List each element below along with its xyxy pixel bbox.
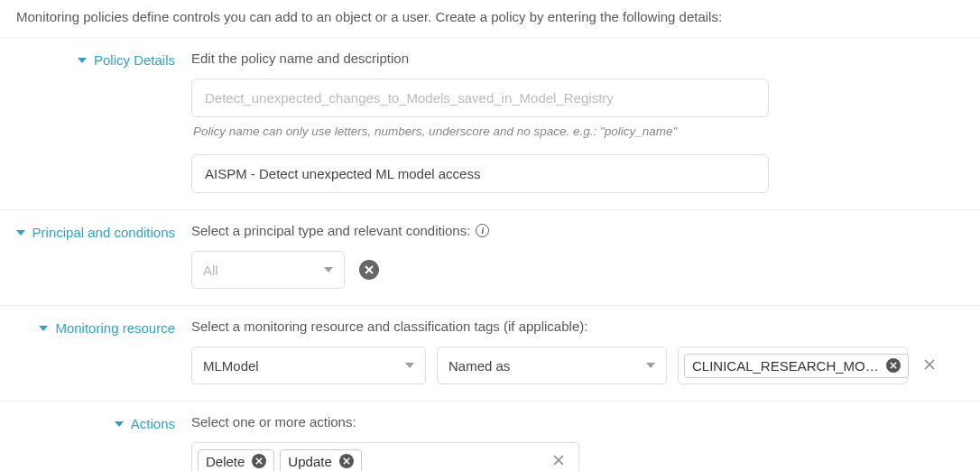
- principal-select-value: All: [203, 263, 218, 278]
- details-hint: Edit the policy name and description: [191, 51, 962, 66]
- intro-text: Monitoring policies define controls you …: [0, 0, 980, 38]
- policy-name-help: Policy name can only use letters, number…: [193, 125, 960, 138]
- caret-down-icon: [39, 326, 48, 331]
- section-header-policy-details[interactable]: Policy Details: [0, 51, 191, 68]
- resource-type-select[interactable]: MLModel: [191, 346, 426, 384]
- section-title: Actions: [131, 416, 175, 431]
- chevron-down-icon: [646, 363, 655, 368]
- remove-action-button[interactable]: [339, 454, 354, 468]
- chevron-down-icon: [324, 267, 333, 272]
- remove-action-button[interactable]: [252, 454, 266, 468]
- section-title: Policy Details: [94, 52, 175, 68]
- section-header-actions[interactable]: Actions: [0, 414, 191, 431]
- close-icon: [890, 362, 897, 369]
- policy-description-input[interactable]: [191, 154, 769, 193]
- section-title: Monitoring resource: [55, 320, 175, 336]
- section-header-principal[interactable]: Principal and conditions: [0, 223, 191, 240]
- resource-tag-label: CLINICAL_RESEARCH_MO…: [692, 358, 879, 374]
- close-icon: [343, 457, 350, 465]
- section-title: Principal and conditions: [32, 225, 175, 240]
- resource-hint: Select a monitoring resource and classif…: [191, 319, 962, 334]
- action-chip-label: Update: [288, 454, 331, 469]
- caret-down-icon: [115, 421, 124, 427]
- close-icon: [255, 457, 263, 465]
- action-chip-label: Delete: [206, 454, 245, 469]
- section-actions: Actions Select one or more actions: Dele…: [0, 402, 980, 471]
- close-icon: [365, 265, 374, 274]
- section-principal: Principal and conditions Select a princi…: [0, 210, 980, 306]
- principal-hint-text: Select a principal type and relevant con…: [191, 223, 470, 238]
- policy-name-input[interactable]: [191, 78, 769, 117]
- resource-type-value: MLModel: [203, 358, 259, 374]
- section-resource: Monitoring resource Select a monitoring …: [0, 306, 980, 402]
- resource-tag-chip: CLINICAL_RESEARCH_MO…: [684, 354, 909, 378]
- remove-condition-button[interactable]: [359, 260, 379, 280]
- actions-hint: Select one or more actions:: [191, 414, 962, 429]
- resource-name-value-box[interactable]: CLINICAL_RESEARCH_MO…: [678, 346, 908, 384]
- resource-name-op-select[interactable]: Named as: [437, 346, 667, 384]
- section-header-resource[interactable]: Monitoring resource: [0, 319, 191, 336]
- actions-multiselect[interactable]: Delete Update: [191, 442, 579, 471]
- caret-down-icon: [16, 230, 25, 236]
- principal-hint: Select a principal type and relevant con…: [191, 223, 962, 238]
- close-icon: [924, 359, 935, 370]
- caret-down-icon: [78, 58, 87, 63]
- chevron-down-icon: [405, 363, 414, 368]
- resource-name-op-value: Named as: [448, 358, 510, 374]
- action-chip: Delete: [198, 449, 274, 472]
- section-policy-details: Policy Details Edit the policy name and …: [0, 38, 980, 210]
- principal-type-select[interactable]: All: [191, 251, 345, 289]
- clear-actions-button[interactable]: [548, 454, 569, 468]
- action-chip: Update: [280, 449, 361, 472]
- close-icon: [553, 455, 564, 466]
- clear-resource-button[interactable]: [919, 358, 940, 373]
- remove-tag-button[interactable]: [886, 358, 901, 373]
- info-icon[interactable]: i: [476, 224, 489, 237]
